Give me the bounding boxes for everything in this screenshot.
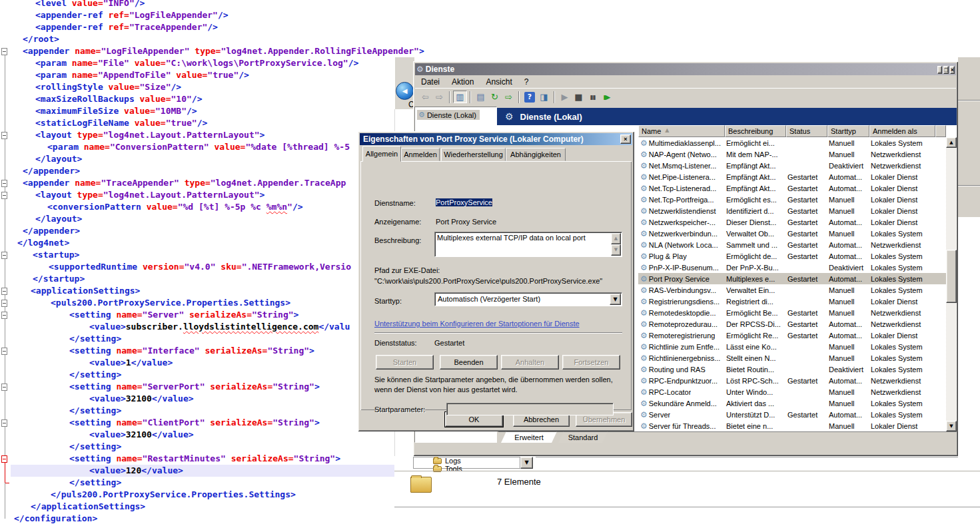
service-row[interactable]: ⚙Netzwerkspeicher-...Dieser Dienst...Ges… [638, 216, 946, 228]
beenden-button[interactable]: Beenden [440, 355, 498, 370]
refresh-icon[interactable]: ↻ [488, 91, 502, 103]
service-row[interactable]: ⚙Richtlinie zum Entfe...Lässt eine Ko...… [638, 341, 946, 352]
panel-divider [958, 185, 980, 186]
dialog-close-icon[interactable]: × [620, 134, 631, 144]
service-row[interactable]: ⚙NAP-Agent (Netwo...Mit dem NAP-...Manue… [638, 148, 946, 160]
properties-icon[interactable]: ▤ [474, 91, 488, 103]
column-header-starttyp[interactable]: Starttyp [827, 125, 869, 137]
service-row[interactable]: ⚙NetzwerklistendienstIdentifiziert d...G… [638, 205, 946, 216]
fold-margin[interactable] [0, 0, 10, 524]
service-row[interactable]: ⚙Routing und RASBietet Routin...Deaktivi… [638, 364, 946, 375]
service-row[interactable]: ⚙Registrierungsdiens...Registriert di...… [638, 296, 946, 307]
menu-item-ansicht[interactable]: Ansicht [480, 76, 518, 88]
help-icon[interactable]: ? [524, 92, 535, 103]
folder-icon[interactable] [433, 458, 442, 464]
view-tab-erweitert[interactable]: Erweitert [501, 431, 557, 443]
service-row[interactable]: ⚙Net.Pipe-Listenera...Empfängt Akt...Ges… [638, 171, 946, 182]
service-row[interactable]: ⚙Net.Tcp-Portfreiga...Ermöglicht es...Ge… [638, 194, 946, 205]
console-tree-icon[interactable]: ▥ [453, 91, 467, 103]
fold-toggle-icon[interactable] [1, 348, 7, 355]
service-row[interactable]: ⚙Sekundäre Anmeld...Aktiviert das ...Man… [638, 397, 946, 409]
menu-item-aktion[interactable]: Aktion [446, 76, 480, 88]
startup-type-combobox[interactable]: Automatisch (Verzögerter Start) ▼ [434, 292, 622, 306]
service-row[interactable]: ⚙PnP-X-IP-Busenum...Der PnP-X-Bu...Deakt… [638, 262, 946, 273]
fold-toggle-icon[interactable] [1, 252, 7, 259]
service-row[interactable]: ⚙Plug & PlayErmöglicht de...GestartetAut… [638, 250, 946, 262]
close-button[interactable]: × [950, 66, 955, 74]
services-titlebar[interactable]: ⚙ Dienste _□× [415, 63, 956, 75]
service-row[interactable]: ⚙Remotedesktopdie...Ermöglicht Be...Gest… [638, 307, 946, 318]
forward-icon[interactable]: ⇨ [432, 91, 446, 103]
export-list-icon[interactable]: ⇨ [502, 91, 516, 103]
service-desc: Verwaltet Ein... [725, 286, 786, 294]
fold-toggle-icon[interactable] [1, 192, 7, 199]
dialog-tab-allgemein[interactable]: Allgemein [362, 146, 401, 162]
service-row[interactable]: ⚙Server für Threads...Bietet eine n...Ma… [638, 420, 946, 431]
view-tab-standard[interactable]: Standard [558, 431, 608, 443]
service-name-value[interactable]: PortProxyService [436, 198, 492, 206]
service-row[interactable]: ⚙Multimediaklassenpl...Ermöglicht ei...M… [638, 137, 946, 148]
dialog-titlebar[interactable]: Eigenschaften von Port Proxy Service (Lo… [360, 133, 632, 145]
explorer-field-wide[interactable] [536, 457, 958, 469]
description-textbox[interactable]: Multiplexes external TCP/IP data on loca… [434, 232, 622, 257]
back-navigation-icon[interactable]: ◀ [396, 82, 414, 100]
maximize-button[interactable]: □ [943, 66, 948, 74]
start-service-icon[interactable]: ▶ [558, 91, 572, 103]
service-row[interactable]: ⚙RPC-Endpunktzuor...Löst RPC-Sch...Gesta… [638, 375, 946, 386]
tree-item-dienste-lokal[interactable]: ⚙ Dienste (Lokal) [417, 110, 480, 120]
folder-item-tools[interactable]: Tools [445, 465, 462, 473]
scroll-down-icon[interactable]: ▼ [611, 244, 621, 256]
restart-service-icon[interactable]: ▮▶ [600, 91, 614, 103]
sort-ascending-icon: ▲ [665, 127, 669, 133]
column-header-beschreibung[interactable]: Beschreibung [725, 125, 786, 137]
service-row[interactable]: ⚙Net.Tcp-Listenerad...Empfängt Akt...Ges… [638, 182, 946, 194]
fold-toggle-icon[interactable] [1, 288, 7, 295]
service-row[interactable]: ⚙RAS-Verbindungsv...Verwaltet Ein...Manu… [638, 284, 946, 296]
column-header-name[interactable]: Name▲ [638, 125, 725, 137]
service-logon: Netzwerkdienst [869, 162, 935, 170]
explorer-field[interactable] [413, 457, 520, 469]
start-params-input[interactable] [446, 403, 614, 415]
minimize-button[interactable]: _ [937, 66, 942, 74]
fold-toggle-icon[interactable] [1, 300, 7, 307]
back-icon[interactable]: ⇦ [418, 91, 432, 103]
service-row[interactable]: ⚙Richtlinienergebniss...Stellt einen N..… [638, 352, 946, 364]
service-row[interactable]: ⚙Net.Msmq-Listener...Empfängt Akt...Deak… [638, 160, 946, 171]
service-row[interactable]: ⚙Netzwerkverbindun...Verwaltet Ob...Gest… [638, 228, 946, 239]
fold-toggle-icon[interactable] [1, 312, 7, 319]
service-name: ⚙Plug & Play [638, 252, 725, 261]
pause-service-icon[interactable]: ▮▮ [586, 91, 600, 103]
menu-item-?[interactable]: ? [518, 76, 535, 88]
folder-item-logs[interactable]: Logs [445, 457, 461, 465]
service-row[interactable]: ⚙RemoteregistrierungErmöglicht Re...Gest… [638, 330, 946, 341]
service-row[interactable]: ⚙Remoteprozedurau...Der RPCSS-Di...Gesta… [638, 318, 946, 330]
dialog-tab-abhngigkeiten[interactable]: Abhängigkeiten [506, 148, 566, 161]
scroll-up-icon[interactable]: ▲ [611, 233, 621, 244]
fold-toggle-icon[interactable] [1, 180, 7, 187]
dropdown-arrow-icon[interactable]: ▼ [520, 457, 533, 469]
combo-dropdown-icon[interactable]: ▼ [610, 294, 621, 305]
fold-toggle-icon[interactable] [1, 419, 7, 427]
column-header-anmeldenals[interactable]: Anmelden als [869, 125, 935, 137]
dialog-title: Eigenschaften von Port Proxy Service (Lo… [363, 134, 584, 144]
fold-toggle-icon[interactable] [1, 455, 7, 463]
startup-options-help-link[interactable]: Unterstützung beim Konfigurieren der Sta… [374, 320, 580, 328]
service-row[interactable]: ⚙RPC-LocatorUnter Windo...ManuellNetzwer… [638, 386, 946, 397]
vertical-scrollbar[interactable]: ▲ ▼ [946, 137, 957, 431]
stop-service-icon[interactable]: ■ [572, 91, 586, 103]
service-row[interactable]: ⚙ServerUnterstützt D...GestartetAutomat.… [638, 409, 946, 420]
fold-toggle-icon[interactable] [1, 48, 7, 55]
service-desc: Löst RPC-Sch... [725, 377, 786, 385]
scroll-up-icon[interactable]: ▲ [946, 137, 957, 148]
description-pane-icon[interactable]: ◨ [537, 91, 551, 103]
service-row[interactable]: ⚙NLA (Network Loca...Sammelt und ...Gest… [638, 239, 946, 250]
dialog-tab-wiederherstellung[interactable]: Wiederherstellung [441, 148, 506, 161]
fold-toggle-icon[interactable] [1, 132, 7, 139]
scrollbar-thumb[interactable] [946, 250, 957, 303]
service-row[interactable]: ⚙Port Proxy ServiceMultiplexes e...Gesta… [638, 273, 946, 284]
dialog-tab-anmelden[interactable]: Anmelden [401, 148, 440, 161]
scroll-down-icon[interactable]: ▼ [946, 421, 957, 431]
fold-toggle-icon[interactable] [1, 384, 7, 391]
column-header-status[interactable]: Status [786, 125, 827, 137]
menu-item-datei[interactable]: Datei [415, 76, 446, 88]
